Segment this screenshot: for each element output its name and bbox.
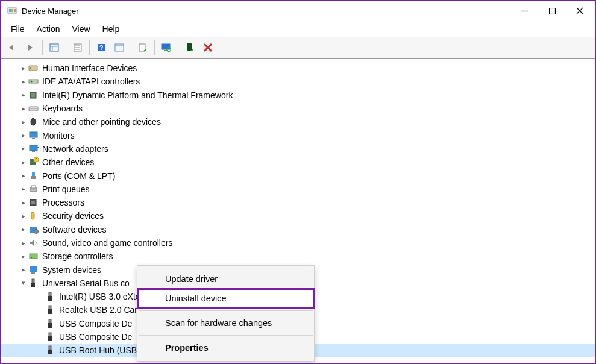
svg-rect-58 xyxy=(49,292,51,296)
expander-icon[interactable]: ▸ xyxy=(19,185,28,193)
menu-help[interactable]: Help xyxy=(96,22,126,36)
tree-category[interactable]: ▸Mice and other pointing devices xyxy=(1,115,595,128)
show-hide-tree-button[interactable] xyxy=(45,39,63,56)
close-button[interactable] xyxy=(566,2,594,20)
ctx-properties[interactable]: Properties xyxy=(137,338,314,357)
app-icon xyxy=(7,6,17,16)
svg-rect-64 xyxy=(49,333,51,336)
svg-rect-8 xyxy=(50,44,58,51)
titlebar: Device Manager xyxy=(1,1,595,20)
tree-label: Storage controllers xyxy=(42,251,113,261)
tree-category[interactable]: ▸IDE ATA/ATAPI controllers xyxy=(1,75,595,88)
toolbar-separator xyxy=(66,40,66,55)
expander-icon[interactable]: ▸ xyxy=(19,158,28,166)
expander-icon[interactable]: ▸ xyxy=(19,172,28,180)
keyboard-icon xyxy=(28,103,40,114)
scan-monitor-button[interactable] xyxy=(157,39,175,56)
tree-category[interactable]: ▸Processors xyxy=(1,196,595,209)
tree-category[interactable]: ▸Print queues xyxy=(1,183,595,196)
expander-icon[interactable]: ▸ xyxy=(19,212,28,220)
nav-forward-button[interactable] xyxy=(22,39,40,56)
tree-category[interactable]: ▸Security devices xyxy=(1,209,595,222)
svg-rect-35 xyxy=(30,132,37,137)
expander-icon[interactable]: ▸ xyxy=(19,131,28,139)
enable-device-button[interactable] xyxy=(181,39,199,56)
expander-icon[interactable]: ▸ xyxy=(19,199,28,207)
tree-label: Software devices xyxy=(42,225,107,234)
tree-category[interactable]: ▸Monitors xyxy=(1,128,595,142)
svg-rect-61 xyxy=(48,309,52,314)
ctx-scan-hardware[interactable]: Scan for hardware changes xyxy=(137,313,314,333)
expander-icon[interactable]: ▸ xyxy=(19,145,28,152)
expander-icon[interactable]: ▸ xyxy=(19,78,28,86)
tree-category[interactable]: ▸Network adapters xyxy=(1,142,595,155)
expander-icon[interactable]: ▾ xyxy=(19,279,28,287)
svg-rect-44 xyxy=(31,176,36,179)
device-manager-window: Device Manager File Action View Help ? ▸… xyxy=(0,0,596,364)
tree-category[interactable]: ▸Intel(R) Dynamic Platform and Thermal F… xyxy=(1,89,595,102)
svg-rect-54 xyxy=(30,266,37,272)
svg-rect-62 xyxy=(49,319,51,323)
toolbar-separator xyxy=(89,40,90,55)
svg-rect-63 xyxy=(48,323,52,328)
expander-icon[interactable]: ▸ xyxy=(19,239,28,247)
tree-category[interactable]: ▸Human Interface Devices xyxy=(1,61,595,75)
expander-icon[interactable]: ▸ xyxy=(19,266,28,274)
svg-rect-43 xyxy=(32,172,35,176)
expander-icon[interactable]: ▸ xyxy=(19,118,28,126)
tree-label: IDE ATA/ATAPI controllers xyxy=(42,77,140,86)
usb-plug-icon xyxy=(45,291,57,302)
menu-action[interactable]: Action xyxy=(31,22,66,36)
tree-category[interactable]: ▸Software devices xyxy=(1,223,595,236)
svg-text:?: ? xyxy=(99,44,104,51)
window-title: Device Manager xyxy=(22,7,510,16)
tree-category[interactable]: ▸Keyboards xyxy=(1,102,595,115)
window-controls xyxy=(510,2,594,20)
properties-button[interactable] xyxy=(69,39,87,56)
svg-rect-67 xyxy=(48,350,52,354)
expander-icon[interactable]: ▸ xyxy=(19,64,28,72)
svg-rect-57 xyxy=(31,283,35,287)
svg-rect-31 xyxy=(31,93,35,97)
svg-rect-20 xyxy=(162,44,170,49)
sound-icon xyxy=(28,237,40,248)
ctx-update-driver[interactable]: Update driver xyxy=(137,269,314,289)
expander-icon[interactable]: ▸ xyxy=(19,253,28,260)
tree-category[interactable]: ▸Sound, video and game controllers xyxy=(1,236,595,249)
tree-category[interactable]: ▸?Other devices xyxy=(1,155,595,169)
svg-point-29 xyxy=(31,81,33,83)
tree-category[interactable]: ▸Ports (COM & LPT) xyxy=(1,169,595,182)
usb-plug-icon xyxy=(45,331,57,342)
toolbar-separator xyxy=(42,40,43,55)
tree-label: Monitors xyxy=(42,131,75,140)
ctx-uninstall-device[interactable]: Uninstall device xyxy=(137,289,314,308)
port-icon xyxy=(28,171,40,181)
maximize-button[interactable] xyxy=(538,2,566,20)
nav-back-button[interactable] xyxy=(4,39,22,56)
expander-icon[interactable]: ▸ xyxy=(19,105,28,113)
help-button[interactable]: ? xyxy=(92,39,110,56)
update-driver-button[interactable] xyxy=(134,39,152,56)
svg-rect-23 xyxy=(187,43,192,51)
expander-icon[interactable]: ▸ xyxy=(19,225,28,233)
action-list-button[interactable] xyxy=(110,39,128,56)
svg-rect-28 xyxy=(29,80,38,83)
svg-rect-3 xyxy=(14,9,16,12)
svg-rect-36 xyxy=(32,138,35,139)
svg-rect-55 xyxy=(31,272,35,274)
tree-label: Other devices xyxy=(42,157,94,167)
menu-view[interactable]: View xyxy=(66,22,96,36)
svg-rect-52 xyxy=(30,254,37,259)
uninstall-device-button[interactable] xyxy=(199,39,217,56)
menubar: File Action View Help xyxy=(1,20,595,37)
usb-icon xyxy=(28,278,40,289)
minimize-button[interactable] xyxy=(510,2,538,20)
expander-icon[interactable]: ▸ xyxy=(19,91,28,99)
menu-file[interactable]: File xyxy=(5,22,31,36)
svg-rect-38 xyxy=(32,151,35,152)
svg-rect-59 xyxy=(48,296,52,301)
svg-rect-48 xyxy=(31,201,35,204)
tree-label: Intel(R) USB 3.0 eXte xyxy=(59,292,140,301)
tree-category[interactable]: ▸Storage controllers xyxy=(1,249,595,263)
cpu-icon xyxy=(28,197,40,208)
